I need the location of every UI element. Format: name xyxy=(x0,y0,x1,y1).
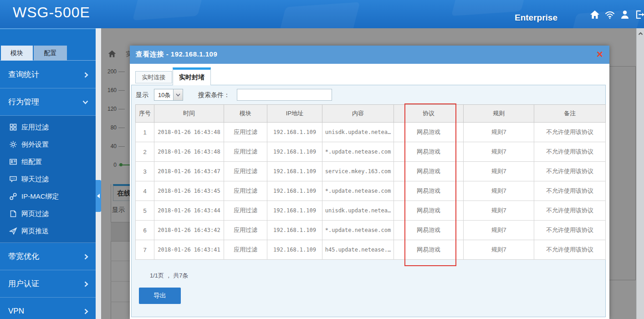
table-cell: *.update.netease.com xyxy=(322,181,394,201)
sidebar-subitem[interactable]: 网页过滤 xyxy=(0,205,96,222)
wsg-500e-app: WSG-500E Enterprise 模块 配置 xyxy=(0,0,644,319)
scroll-up-icon xyxy=(638,32,643,36)
table-cell: 192.168.1.109 xyxy=(267,142,322,162)
gear-icon xyxy=(9,140,17,149)
table-cell: 192.168.1.109 xyxy=(267,181,322,201)
dialog-titlebar[interactable]: 查看连接 - 192.168.1.109 × xyxy=(130,46,609,64)
sidebar-item-bandwidth[interactable]: 带宽优化 xyxy=(0,243,96,270)
column-header-备注: 备注 xyxy=(534,105,606,123)
user-icon[interactable] xyxy=(619,9,630,20)
table-cell: 2 xyxy=(136,142,154,162)
sidebar-subitem[interactable]: 组配置 xyxy=(0,153,96,170)
brand-logo: WSG-500E xyxy=(13,4,90,21)
table-row: 32018-01-26 16:43:47应用过滤192.168.1.109ser… xyxy=(136,162,606,181)
sidebar-collapse-handle[interactable] xyxy=(96,180,101,212)
chat-icon xyxy=(9,175,17,183)
table-cell: 7 xyxy=(136,240,154,260)
webpage-icon xyxy=(9,210,17,218)
table-cell: 规则7 xyxy=(464,201,534,221)
dialog-content-box: 显示 10条 搜索条件： 序号时间模块IP地址内容协议规则备注 12018-01… xyxy=(131,85,606,317)
column-header-IP地址: IP地址 xyxy=(267,105,322,123)
home-icon[interactable] xyxy=(589,9,600,20)
search-input[interactable] xyxy=(237,89,332,101)
export-button[interactable]: 导出 xyxy=(139,288,181,304)
table-cell: 不允许使用该协议 xyxy=(534,221,606,240)
table-cell: 2018-01-26 16:43:42 xyxy=(154,221,224,240)
chevron-right-icon xyxy=(84,270,88,298)
table-header-row: 序号时间模块IP地址内容协议规则备注 xyxy=(136,105,606,123)
tab-realtime-connections[interactable]: 实时连接 xyxy=(135,71,172,83)
wifi-icon[interactable] xyxy=(604,9,615,20)
sidebar-item-user-auth[interactable]: 用户认证 xyxy=(0,270,96,298)
sidebar-subitem[interactable]: 聊天过滤 xyxy=(0,170,96,188)
pagination-status: 1/1页 ， 共7条 xyxy=(150,272,189,280)
table-row: 12018-01-26 16:43:48应用过滤192.168.1.109uni… xyxy=(136,123,606,142)
table-cell: 规则7 xyxy=(464,181,534,201)
table-row: 42018-01-26 16:43:45应用过滤192.168.1.109*.u… xyxy=(136,181,606,201)
table-cell: *.update.netease.com xyxy=(322,142,394,162)
table-cell: 2018-01-26 16:43:48 xyxy=(154,123,224,142)
subitem-label: 例外设置 xyxy=(21,140,49,149)
table-cell: 4 xyxy=(136,181,154,201)
table-cell: 192.168.1.109 xyxy=(267,221,322,240)
column-header-时间: 时间 xyxy=(154,105,224,123)
table-cell: 2018-01-26 16:43:41 xyxy=(154,240,224,260)
table-cell: 192.168.1.109 xyxy=(267,123,322,142)
table-cell: 网易游戏 xyxy=(394,181,464,201)
table-cell: 192.168.1.109 xyxy=(267,162,322,181)
sidebar-tab-strip: 模块 配置 xyxy=(0,46,96,61)
column-header-序号: 序号 xyxy=(136,105,154,123)
table-cell: 网易游戏 xyxy=(394,162,464,181)
search-label: 搜索条件： xyxy=(198,91,230,99)
table-cell: h45.update.netease.… xyxy=(322,240,394,260)
sidebar-menu: 查询统计 行为管理 应用过滤例外设置组配置聊天过滤IP-MAC绑定网页过滤网页推… xyxy=(0,61,96,319)
close-icon[interactable]: × xyxy=(597,48,603,61)
tab-realtime-blocks[interactable]: 实时封堵 xyxy=(173,67,211,85)
sidebar: 模块 配置 查询统计 行为管理 应用过滤例外设置组配置聊天过滤IP-MAC绑定网… xyxy=(0,28,96,319)
sidebar-subitem[interactable]: 应用过滤 xyxy=(0,118,96,136)
sidebar-tab-module[interactable]: 模块 xyxy=(1,46,33,61)
table-cell: 2018-01-26 16:43:47 xyxy=(154,162,224,181)
table-cell: 应用过滤 xyxy=(224,181,267,201)
table-cell: 192.168.1.109 xyxy=(267,201,322,221)
table-cell: 不允许使用该协议 xyxy=(534,201,606,221)
table-cell: 规则7 xyxy=(464,162,534,181)
sidebar-subitem[interactable]: 例外设置 xyxy=(0,136,96,153)
subitem-label: 组配置 xyxy=(21,158,42,166)
sidebar-subitem[interactable]: IP-MAC绑定 xyxy=(0,188,96,205)
dialog-title: 查看连接 - 192.168.1.109 xyxy=(136,50,217,59)
table-row: 72018-01-26 16:43:41应用过滤192.168.1.109h45… xyxy=(136,240,606,260)
logout-icon[interactable] xyxy=(634,9,644,20)
group-label: 用户认证 xyxy=(8,279,39,288)
chevron-right-icon xyxy=(84,243,88,270)
keyboard-pattern xyxy=(133,0,204,21)
subitem-label: 网页过滤 xyxy=(21,210,49,218)
group-label: VPN xyxy=(8,307,24,315)
table-cell: 网易游戏 xyxy=(394,123,464,142)
group-card-icon xyxy=(9,158,17,166)
sidebar-item-query-stats[interactable]: 查询统计 xyxy=(0,61,96,88)
vertical-scrollbar[interactable] xyxy=(636,28,644,319)
table-cell: 5 xyxy=(136,201,154,221)
sidebar-subitem[interactable]: 网页推送 xyxy=(0,222,96,240)
edition-label: Enterprise xyxy=(515,13,557,23)
top-header: WSG-500E Enterprise xyxy=(0,0,644,28)
sidebar-item-vpn[interactable]: VPN xyxy=(0,298,96,319)
table-cell: 规则7 xyxy=(464,221,534,240)
table-cell: 6 xyxy=(136,221,154,240)
table-cell: 网易游戏 xyxy=(394,201,464,221)
sidebar-tab-config[interactable]: 配置 xyxy=(34,46,67,61)
group-label: 行为管理 xyxy=(8,98,39,106)
subitem-label: IP-MAC绑定 xyxy=(21,192,59,201)
subitem-label: 聊天过滤 xyxy=(21,175,49,184)
table-cell: 1 xyxy=(136,123,154,142)
table-cell: 规则7 xyxy=(464,142,534,162)
table-cell: 192.168.1.109 xyxy=(267,240,322,260)
table-cell: 不允许使用该协议 xyxy=(534,123,606,142)
column-header-模块: 模块 xyxy=(224,105,267,123)
table-cell: 2018-01-26 16:43:44 xyxy=(154,201,224,221)
page-size-select[interactable]: 10条 xyxy=(154,89,183,101)
sidebar-item-behavior-mgmt[interactable]: 行为管理 xyxy=(0,88,96,116)
behavior-submenu: 应用过滤例外设置组配置聊天过滤IP-MAC绑定网页过滤网页推送 xyxy=(0,116,96,243)
chevron-down-icon xyxy=(173,89,183,100)
